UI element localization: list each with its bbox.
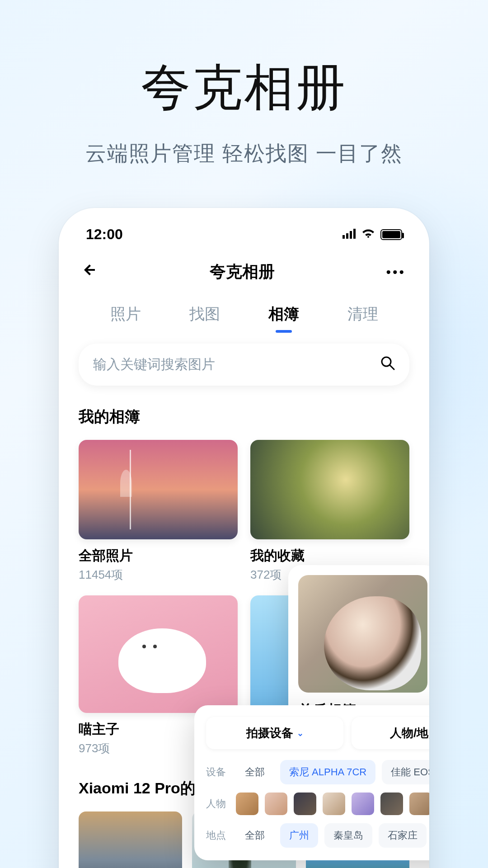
chip-device-canon[interactable]: 佳能 EOS R6 Mark II (382, 760, 429, 784)
svg-rect-0 (343, 235, 345, 239)
tabs: 照片 找图 相簿 清理 (77, 297, 411, 339)
album-cover (79, 595, 238, 713)
person-avatar[interactable] (236, 793, 258, 815)
svg-rect-2 (350, 231, 352, 239)
tab-search[interactable]: 找图 (188, 300, 222, 328)
album-name: 我的收藏 (250, 547, 409, 565)
album-favorites[interactable]: 我的收藏 372项 (250, 440, 409, 583)
dropdown-label: 人物/地点 (390, 725, 429, 741)
section-my-albums-title: 我的相簿 (77, 402, 411, 440)
dropdown-label: 拍摄设备 (246, 725, 293, 741)
tab-photos[interactable]: 照片 (108, 300, 143, 328)
hero-title: 夸克相册 (0, 54, 488, 122)
filter-label-device: 设备 (206, 765, 230, 779)
svg-rect-3 (353, 229, 356, 239)
dropdown-device[interactable]: 拍摄设备 ⌄ (206, 717, 343, 749)
tab-cleanup[interactable]: 清理 (346, 300, 380, 328)
nav-bar: 夸克相册 ••• (77, 256, 411, 297)
filter-label-place: 地点 (206, 829, 230, 842)
person-avatar[interactable] (323, 793, 345, 815)
featured-album-cover (298, 575, 427, 693)
status-bar: 12:00 (77, 226, 411, 256)
wifi-icon (361, 227, 375, 242)
search-bar[interactable]: 输入关键词搜索图片 (79, 344, 409, 386)
person-avatar[interactable] (409, 793, 429, 815)
chip-device-sony[interactable]: 索尼 ALPHA 7CR (280, 760, 375, 784)
filter-row-device: 设备 全部 索尼 ALPHA 7CR 佳能 EOS R6 Mark II 尼康 (206, 760, 429, 784)
dropdown-people-place[interactable]: 人物/地点 ⌄ (352, 717, 429, 749)
local-album-cover[interactable] (79, 811, 182, 868)
filter-top-row: 拍摄设备 ⌄ 人物/地点 ⌄ (206, 717, 429, 749)
filter-row-place: 地点 全部 广州 秦皇岛 石家庄 呼和浩特 杭州 (206, 823, 429, 848)
hero: 夸克相册 云端照片管理 轻松找图 一目了然 (0, 0, 488, 168)
chevron-down-icon: ⌄ (297, 728, 304, 738)
album-all-photos[interactable]: 全部照片 11454项 (79, 440, 238, 583)
person-avatar[interactable] (294, 793, 316, 815)
chip-place-all[interactable]: 全部 (236, 823, 274, 848)
status-icons (343, 227, 402, 242)
phone-frame: 12:00 夸克相册 ••• 照片 找图 相簿 清理 输入关键词搜索图片 我的相… (59, 208, 429, 868)
nav-title: 夸克相册 (210, 261, 275, 283)
filter-panel: 拍摄设备 ⌄ 人物/地点 ⌄ 设备 全部 索尼 ALPHA 7CR 佳能 EOS… (194, 705, 429, 860)
svg-line-5 (390, 365, 394, 369)
tab-albums[interactable]: 相簿 (267, 300, 301, 328)
album-name: 全部照片 (79, 547, 238, 565)
search-icon[interactable] (380, 356, 395, 374)
album-cover (79, 440, 238, 539)
status-time: 12:00 (86, 226, 123, 243)
person-avatar[interactable] (265, 793, 287, 815)
filter-label-people: 人物 (206, 797, 230, 811)
person-avatar[interactable] (352, 793, 374, 815)
filter-row-people: 人物 (206, 793, 429, 815)
battery-icon (380, 229, 402, 240)
album-cover (250, 440, 409, 539)
chip-device-all[interactable]: 全部 (236, 760, 274, 784)
svg-rect-1 (346, 233, 348, 239)
person-avatar[interactable] (380, 793, 403, 815)
search-placeholder: 输入关键词搜索图片 (93, 355, 215, 374)
album-count: 11454项 (79, 567, 238, 583)
more-icon[interactable]: ••• (386, 264, 406, 280)
signal-icon (343, 227, 356, 242)
chip-place-qinhuangdao[interactable]: 秦皇岛 (324, 823, 372, 848)
chip-place-shijiazhuang[interactable]: 石家庄 (379, 823, 427, 848)
chip-place-guangzhou[interactable]: 广州 (280, 823, 318, 848)
back-icon[interactable] (82, 262, 99, 282)
